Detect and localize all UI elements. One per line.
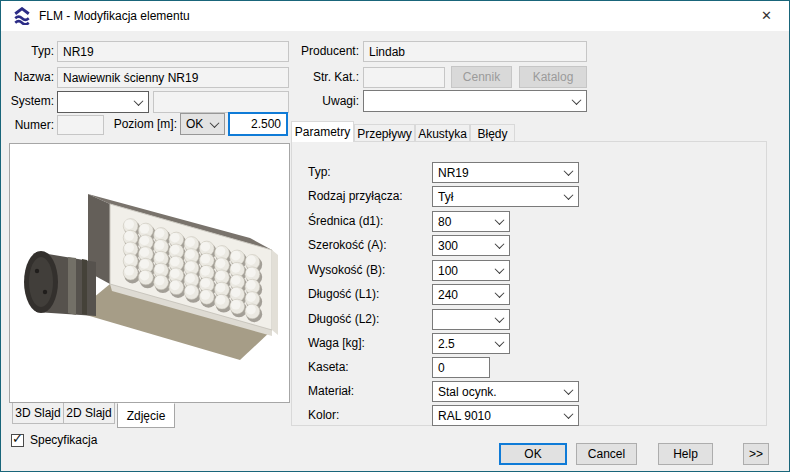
param-material-value: Stal ocynk. [433, 385, 559, 399]
param-dlugosc-l2-select[interactable] [432, 309, 510, 330]
chevron-down-icon [490, 285, 509, 304]
expand-button[interactable]: >> [743, 443, 769, 465]
param-szerokosc-value: 300 [433, 239, 490, 253]
tab-akustyka[interactable]: Akustyka [415, 124, 470, 142]
chevron-down-icon [205, 114, 224, 134]
product-photo [9, 143, 290, 403]
chevron-down-icon [129, 92, 148, 112]
chevron-down-icon [559, 187, 578, 206]
param-kaseta-label: Kaseta: [308, 357, 438, 378]
param-kolor-select[interactable]: RAL 9010 [432, 405, 579, 426]
tab-bledy[interactable]: Błędy [470, 124, 515, 142]
chevron-down-icon [490, 334, 509, 353]
katalog-button[interactable]: Katalog [519, 66, 587, 88]
specyfikacja-label: Specyfikacja [30, 431, 97, 449]
typ-label: Typ: [9, 41, 54, 62]
chevron-down-icon [567, 91, 586, 111]
param-szerokosc-label: Szerokość (A): [308, 235, 438, 256]
titlebar[interactable]: FLM - Modyfikacja elementu ✕ [1, 1, 789, 31]
ok-button[interactable]: OK [499, 443, 567, 465]
poziom-label: Poziom [m]: [109, 114, 177, 135]
param-material-select[interactable]: Stal ocynk. [432, 381, 579, 402]
tabpage-parametry: Typ: NR19 Rodzaj przyłącza: Tył Średnica… [291, 141, 767, 426]
chevron-down-icon [559, 163, 578, 182]
specyfikacja-checkbox[interactable]: ✓ [11, 434, 24, 447]
preview-tab-3d-slajd[interactable]: 3D Slajd [12, 403, 64, 424]
dialog-window: FLM - Modyfikacja elementu ✕ Typ: NR19 N… [0, 0, 790, 472]
param-dlugosc-l2-label: Długość (L2): [308, 309, 438, 330]
chevron-down-icon [490, 261, 509, 280]
app-logo-icon [13, 7, 31, 25]
cennik-button[interactable]: Cennik [451, 66, 512, 88]
param-typ-select[interactable]: NR19 [432, 162, 579, 183]
producent-field[interactable]: Lindab [363, 41, 587, 62]
window-title: FLM - Modyfikacja elementu [39, 1, 190, 31]
param-typ-value: NR19 [433, 166, 559, 180]
typ-field[interactable]: NR19 [57, 41, 289, 62]
chevron-down-icon [490, 310, 509, 329]
param-srednica-value: 80 [433, 215, 490, 229]
param-srednica-select[interactable]: 80 [432, 211, 510, 232]
param-waga-value: 2.5 [433, 337, 490, 351]
numer-label: Numer: [9, 115, 54, 136]
poziom-value-input[interactable]: 2.500 [228, 112, 288, 136]
help-button[interactable]: Help [658, 443, 713, 465]
producent-label: Producent: [289, 41, 359, 62]
tab-parametry[interactable]: Parametry [291, 121, 354, 142]
preview-tab-zdjecie[interactable]: Zdjęcie [117, 403, 175, 428]
strkat-label: Str. Kat.: [289, 67, 359, 88]
chevron-down-icon [559, 382, 578, 401]
system-label: System: [7, 91, 54, 112]
param-rodzaj-value: Tył [433, 190, 559, 204]
param-rodzaj-label: Rodzaj przyłącza: [308, 186, 438, 207]
chevron-down-icon [490, 212, 509, 231]
chevron-down-icon [490, 236, 509, 255]
numer-field [57, 115, 104, 135]
producent-field-value: Lindab [369, 45, 405, 59]
param-kolor-label: Kolor: [308, 405, 438, 426]
typ-field-value: NR19 [63, 45, 94, 59]
param-dlugosc-l1-label: Długość (L1): [308, 284, 438, 305]
tab-przeplywy[interactable]: Przepływy [354, 124, 415, 142]
param-kaseta-value: 0 [438, 361, 445, 375]
cancel-button[interactable]: Cancel [576, 443, 637, 465]
nazwa-field-value: Nawiewnik ścienny NR19 [63, 71, 198, 85]
nazwa-field[interactable]: Nawiewnik ścienny NR19 [57, 67, 289, 88]
param-material-label: Materiał: [308, 381, 438, 402]
uwagi-select[interactable] [363, 90, 587, 112]
uwagi-label: Uwagi: [289, 91, 359, 112]
nazwa-label: Nazwa: [9, 67, 54, 88]
param-rodzaj-select[interactable]: Tył [432, 186, 579, 207]
param-szerokosc-select[interactable]: 300 [432, 235, 510, 256]
param-typ-label: Typ: [308, 162, 438, 183]
param-waga-select[interactable]: 2.5 [432, 333, 510, 354]
param-waga-label: Waga [kg]: [308, 333, 438, 354]
param-kaseta-input[interactable]: 0 [432, 357, 490, 378]
preview-tab-2d-slajd[interactable]: 2D Slajd [63, 403, 115, 424]
check-icon: ✓ [12, 431, 23, 446]
chevron-down-icon [559, 406, 578, 425]
close-icon[interactable]: ✕ [744, 1, 789, 30]
param-wysokosc-select[interactable]: 100 [432, 260, 510, 281]
system-extra-field [153, 91, 289, 113]
poziom-mode-value: OK [181, 117, 205, 131]
param-dlugosc-l1-select[interactable]: 240 [432, 284, 510, 305]
param-srednica-label: Średnica (d1): [308, 211, 438, 232]
param-dlugosc-l1-value: 240 [433, 288, 490, 302]
param-kolor-value: RAL 9010 [433, 409, 559, 423]
strkat-field [363, 67, 445, 88]
system-select[interactable] [57, 91, 149, 113]
param-wysokosc-label: Wysokość (B): [308, 260, 438, 281]
param-wysokosc-value: 100 [433, 264, 490, 278]
poziom-mode-select[interactable]: OK [180, 113, 225, 135]
poziom-value-text: 2.500 [251, 117, 281, 131]
